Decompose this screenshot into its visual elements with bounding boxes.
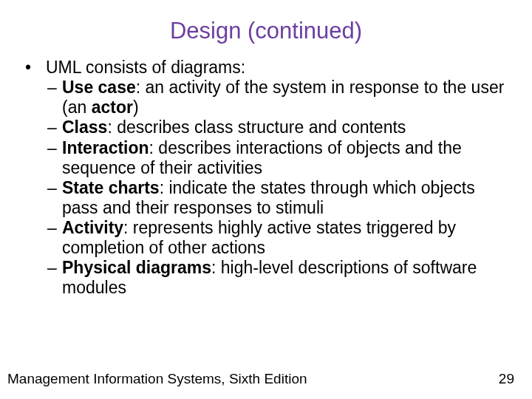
dash-icon: – xyxy=(47,138,62,178)
intro-text: UML consists of diagrams: xyxy=(46,58,510,78)
slide-title: Design (continued) xyxy=(0,0,532,58)
dash-icon: – xyxy=(47,258,62,298)
bullet-intro: • UML consists of diagrams: xyxy=(25,58,510,78)
list-item: – Physical diagrams: high-level descript… xyxy=(25,258,510,298)
item-text: Interaction: describes interactions of o… xyxy=(62,138,510,178)
item-text: Use case: an activity of the system in r… xyxy=(62,78,510,117)
list-item: – Use case: an activity of the system in… xyxy=(25,78,510,117)
dash-icon: – xyxy=(47,178,62,218)
list-item: – State charts: indicate the states thro… xyxy=(25,178,510,218)
page-number: 29 xyxy=(499,371,514,387)
item-text: State charts: indicate the states throug… xyxy=(62,178,510,218)
slide: Design (continued) • UML consists of dia… xyxy=(0,0,532,399)
list-item: – Activity: represents highly active sta… xyxy=(25,218,510,258)
slide-content: • UML consists of diagrams: – Use case: … xyxy=(0,58,532,299)
dash-icon: – xyxy=(47,78,62,117)
dash-icon: – xyxy=(47,117,62,137)
item-text: Physical diagrams: high-level descriptio… xyxy=(62,258,510,298)
list-item: – Class: describes class structure and c… xyxy=(25,117,510,137)
bullet-icon: • xyxy=(25,58,46,78)
dash-icon: – xyxy=(47,218,62,258)
footer-text: Management Information Systems, Sixth Ed… xyxy=(7,371,307,387)
list-item: – Interaction: describes interactions of… xyxy=(25,138,510,178)
item-text: Class: describes class structure and con… xyxy=(62,117,510,137)
item-text: Activity: represents highly active state… xyxy=(62,218,510,258)
